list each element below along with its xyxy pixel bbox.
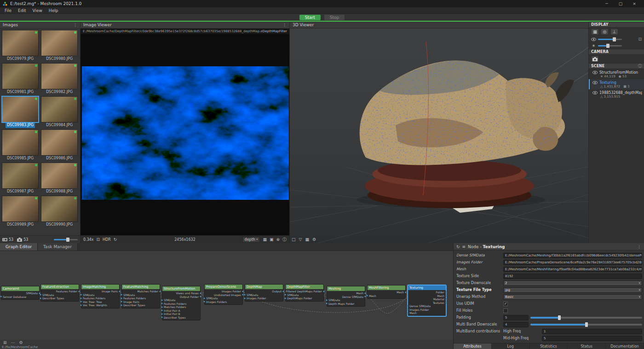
thumbnail-image[interactable] — [41, 96, 78, 122]
port-dot[interactable] — [323, 291, 325, 292]
thumbnail-image[interactable] — [2, 163, 39, 189]
attr-slider-padding[interactable] — [530, 317, 642, 319]
port-dot[interactable] — [121, 301, 122, 302]
attr-value-padding[interactable]: 5 — [503, 315, 529, 320]
attr-slider-multi-band-downscale[interactable] — [530, 324, 642, 326]
port-dot[interactable] — [161, 302, 163, 304]
port-dot[interactable] — [0, 296, 2, 297]
crop-icon[interactable]: ⊡ — [97, 238, 100, 242]
image-output-icon[interactable]: ▣ — [270, 238, 274, 242]
port-dot[interactable] — [161, 306, 163, 308]
image-thumbnail-dsc09984-jpg[interactable]: DSC09984.JPG — [40, 96, 78, 128]
graph-node-texturing[interactable]: TexturingFolderMeshMaterialTexturesDense… — [408, 285, 446, 316]
graph-node-featureextraction[interactable]: FeatureExtractionFeatures FolderSfMDataD… — [40, 284, 79, 302]
port-dot[interactable] — [326, 299, 328, 301]
wireframe-icon[interactable]: ▽ — [299, 237, 302, 242]
hdr-toggle[interactable]: HDR — [103, 238, 111, 242]
port-dot[interactable] — [326, 302, 328, 304]
3d-viewer-canvas[interactable]: □ ▽ ▦ ⚙ — [290, 29, 588, 243]
thumbnail-image[interactable] — [2, 196, 39, 222]
port-dot[interactable] — [40, 294, 41, 296]
thumbnail-size-slider[interactable] — [54, 239, 78, 240]
port-dot[interactable] — [80, 304, 82, 306]
port-dot[interactable] — [121, 297, 122, 299]
port-dot[interactable] — [200, 292, 201, 294]
port-dot[interactable] — [161, 316, 163, 318]
images-menu-icon[interactable]: ⋮ — [73, 23, 77, 27]
grid-toggle-icon[interactable]: ▦ — [305, 237, 309, 242]
grid-overlay-icon[interactable]: ▦ — [263, 238, 267, 242]
menu-file[interactable]: File — [1, 8, 15, 13]
port-dot[interactable] — [284, 297, 286, 299]
graph-node-structurefrommotion[interactable]: StructureFromMotionViews and PosesOutput… — [162, 286, 201, 320]
graph-node-featurematching[interactable]: FeatureMatchingMatches FolderSfMDataFeat… — [121, 284, 160, 308]
image-thumbnail-dsc09982-jpg[interactable]: DSC09982.JPG — [40, 63, 78, 95]
attr-input-dense-sfmdata[interactable]: E:/MeshroomCache/Meshing/f30bb1a2f6165ab… — [503, 253, 642, 258]
graph-node-meshing[interactable]: MeshingMeshDense SfMDataSfMDataDepth Map… — [327, 286, 365, 307]
tab-documentation[interactable]: Documentation — [606, 343, 644, 349]
tab-task-manager[interactable]: Task Manager — [38, 243, 78, 250]
tab-status[interactable]: Status — [568, 343, 606, 349]
render-settings-icon[interactable]: ⚙ — [312, 237, 316, 242]
attr-combo-texture-downscale[interactable]: 2 — [503, 280, 642, 286]
thumbnail-image[interactable] — [2, 96, 39, 122]
tab-statistics[interactable]: Statistics — [530, 343, 568, 349]
port-dot[interactable] — [121, 294, 122, 296]
port-dot[interactable] — [119, 291, 121, 292]
menu-view[interactable]: View — [29, 8, 46, 13]
maximize-button[interactable]: ▢ — [614, 0, 627, 7]
fit-view-icon[interactable]: ⊡ — [638, 37, 642, 41]
fit-graph-icon[interactable]: ⊞ — [3, 340, 7, 345]
image-thumbnail-dsc09986-jpg[interactable]: DSC09986.JPG — [40, 129, 78, 161]
graph-settings-icon[interactable]: ⚙ — [19, 340, 23, 345]
scene-item-1988532688-depthmap-exr[interactable]: 1988532688_depthMap.exr△ 3,153,915 — [589, 89, 644, 99]
channel-selector[interactable]: depth ▾ — [242, 237, 260, 243]
thumbnail-image[interactable] — [2, 129, 39, 156]
thumbnail-image[interactable] — [41, 129, 78, 156]
port-dot[interactable] — [203, 297, 205, 299]
scene-item-structurefrommotion[interactable]: StructureFromMotion∗ 44,119◉ 53 — [589, 69, 644, 79]
point-visibility-eye-icon[interactable] — [591, 38, 596, 41]
thumbnail-image[interactable] — [41, 163, 78, 189]
graph-node-depthmap[interactable]: DepthMapOutputSfMDataImages Folder — [245, 284, 283, 302]
attr-input-images-folder[interactable]: E:/MeshroomCache/PrepareDenseScene/6ceff… — [503, 260, 642, 265]
port-dot[interactable] — [159, 291, 161, 292]
menu-help[interactable]: Help — [46, 8, 62, 13]
image-thumbnail-dsc09990-jpg[interactable]: DSC09990.JPG — [40, 196, 78, 227]
scene-item-texturing[interactable]: Texturing△ 1,431,872▦ 3 — [589, 79, 644, 89]
node-panel-menu-icon[interactable]: ⋮ — [637, 244, 641, 249]
thumbnail-image[interactable] — [41, 196, 78, 222]
port-dot[interactable] — [405, 291, 407, 293]
attr-input-mid-high-freq[interactable]: 5 — [542, 336, 642, 341]
port-dot[interactable] — [242, 291, 244, 292]
port-dot[interactable] — [121, 304, 122, 306]
graph-node-depthmapfilter[interactable]: DepthMapFilterFiltered DepthMaps FolderS… — [285, 284, 324, 302]
attr-input-mesh[interactable]: E:/MeshroomCache/MeshFiltering/f9aef8c04… — [503, 267, 642, 272]
port-dot[interactable] — [366, 295, 368, 297]
port-dot[interactable] — [40, 297, 41, 299]
globe-icon[interactable]: ⊕ — [276, 238, 280, 242]
refresh-view-icon[interactable]: ↻ — [114, 238, 117, 242]
port-dot[interactable] — [407, 305, 408, 307]
port-dot[interactable] — [80, 294, 82, 296]
grid-view-icon[interactable]: ▦ — [591, 29, 599, 35]
camera-scale-slider[interactable] — [598, 45, 622, 47]
port-dot[interactable] — [161, 299, 163, 301]
port-dot[interactable] — [161, 313, 163, 315]
port-dot[interactable] — [161, 309, 163, 311]
start-button[interactable]: Start — [299, 15, 321, 20]
visibility-eye-icon[interactable] — [592, 91, 598, 94]
thumbnail-image[interactable] — [2, 63, 39, 89]
image-thumbnail-dsc09988-jpg[interactable]: DSC09988.JPG — [40, 163, 78, 194]
attr-input-high-freq[interactable]: 1 — [542, 329, 642, 334]
image-thumbnail-dsc09980-jpg[interactable]: DSC09980.JPG — [40, 30, 78, 62]
attr-checkbox-fill-holes[interactable] — [503, 308, 508, 313]
attr-combo-unwrap-method[interactable]: Basic — [503, 294, 642, 300]
zoom-level[interactable]: 0.34x — [83, 238, 94, 242]
refresh-icon[interactable]: ↻ — [456, 244, 460, 249]
tab-attributes[interactable]: Attributes — [454, 343, 492, 349]
point-size-slider[interactable] — [598, 39, 622, 40]
bbox-icon[interactable]: □ — [292, 237, 296, 242]
port-dot[interactable] — [445, 291, 447, 293]
image-thumbnail-dsc09979-jpg[interactable]: DSC09979.JPG — [1, 30, 39, 62]
